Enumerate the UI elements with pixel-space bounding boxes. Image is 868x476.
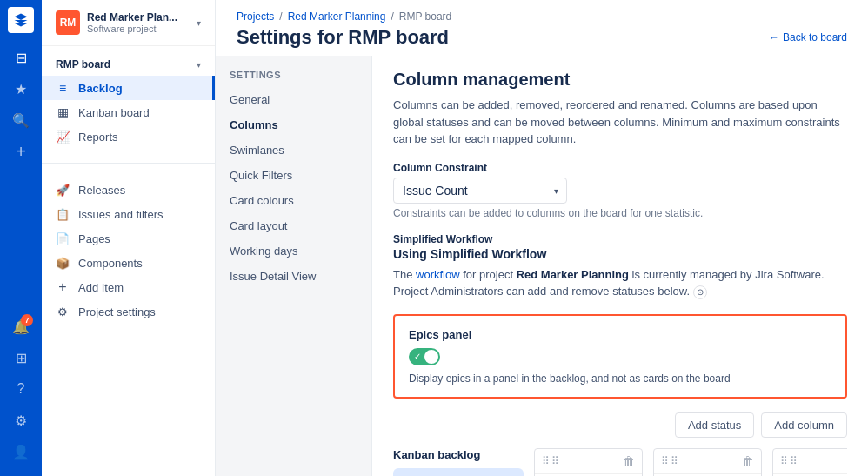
components-icon: 📦 <box>56 256 70 270</box>
settings-nav-general[interactable]: General <box>216 87 371 112</box>
sidebar-item-add[interactable]: + Add Item <box>42 275 215 299</box>
kanban-icon: ▦ <box>56 105 70 119</box>
workflow-value: Using Simplified Workflow <box>393 247 847 261</box>
workflow-link[interactable]: workflow <box>416 268 460 281</box>
settings-layout: SETTINGS General Columns Swimlanes Quick… <box>216 56 868 476</box>
sidebar-item-label: Kanban board <box>78 106 150 119</box>
settings-nav-swimlanes[interactable]: Swimlanes <box>216 137 371 163</box>
drag-handle-icon[interactable]: ⠿⠿ <box>542 455 561 467</box>
global-sidebar: ⊟ ★ 🔍 + 🔔 7 ⊞ ? ⚙ 👤 <box>0 0 42 476</box>
constraint-label: Column Constraint <box>393 162 847 174</box>
question-icon[interactable]: ? <box>7 375 35 403</box>
main-content: Projects / Red Marker Planning / RMP boa… <box>216 0 868 476</box>
settings-nav-working-days[interactable]: Working days <box>216 238 371 264</box>
back-arrow-icon: ← <box>769 31 779 44</box>
sidebar-item-label: Project settings <box>78 305 156 318</box>
workflow-project: Red Marker Planning <box>517 268 629 281</box>
settings-nav-issue-detail[interactable]: Issue Detail View <box>216 264 371 289</box>
breadcrumb-sep1: / <box>279 10 282 23</box>
settings-nav-columns[interactable]: Columns <box>216 112 371 137</box>
add-icon: + <box>56 280 70 294</box>
column-in-progress: ⠿⠿ 🗑 In Progress No Min No Max IN PROGRE… <box>653 448 762 477</box>
breadcrumb-rmp: RMP board <box>399 10 451 23</box>
sidebar-item-settings[interactable]: ⚙ Project settings <box>42 299 215 324</box>
kanban-backlog-section: Kanban backlog <box>393 448 524 477</box>
add-column-button[interactable]: Add column <box>761 412 847 438</box>
project-info: Red Marker Plan... Software project <box>87 11 190 34</box>
secondary-section: 🚀 Releases 📋 Issues and filters 📄 Pages … <box>42 171 215 331</box>
breadcrumb-planning[interactable]: Red Marker Planning <box>288 10 386 23</box>
star-icon[interactable]: ★ <box>7 75 35 103</box>
create-icon[interactable]: + <box>7 137 35 165</box>
workflow-label: Simplified Workflow <box>393 233 847 245</box>
sidebar-item-releases[interactable]: 🚀 Releases <box>42 178 215 202</box>
workflow-section: Simplified Workflow Using Simplified Wor… <box>393 233 847 300</box>
avatar-icon[interactable]: 👤 <box>7 438 35 466</box>
constraint-select-wrapper: Issue Count ▾ <box>393 178 567 204</box>
delete-icon[interactable]: 🗑 <box>742 454 754 468</box>
action-buttons: Add status Add column <box>393 412 847 438</box>
epics-panel-title: Epics panel <box>409 328 831 341</box>
delete-icon[interactable]: 🗑 <box>623 454 635 468</box>
settings-nav-card-layout[interactable]: Card layout <box>216 213 371 238</box>
sidebar-item-label: Backlog <box>78 82 123 95</box>
back-link-text: Back to board <box>783 31 847 44</box>
issues-icon: 📋 <box>56 207 70 221</box>
workflow-description: The workflow for project Red Marker Plan… <box>393 266 847 300</box>
section-description: Columns can be added, removed, reordered… <box>393 97 847 148</box>
reports-icon: 📈 <box>56 130 70 144</box>
column-done: ⠿⠿ 🗑 Done No Min No Max DONE No issues ✓… <box>772 448 847 477</box>
home-icon[interactable]: ⊟ <box>7 44 35 71</box>
sidebar-item-label: Reports <box>78 131 118 144</box>
sidebar-item-label: Releases <box>78 184 125 197</box>
settings-nav-card-colours[interactable]: Card colours <box>216 188 371 213</box>
add-status-button[interactable]: Add status <box>675 412 754 438</box>
kanban-backlog-label: Kanban backlog <box>393 448 524 468</box>
epics-toggle[interactable]: ✓ <box>409 348 440 365</box>
scroll-down-indicator: ⊙ <box>693 285 707 299</box>
chevron-down-icon: ▾ <box>197 18 201 28</box>
sidebar-item-reports[interactable]: 📈 Reports <box>42 124 215 149</box>
settings-nav-quick-filters[interactable]: Quick Filters <box>216 163 371 188</box>
search-icon[interactable]: 🔍 <box>7 106 35 134</box>
toggle-knob <box>424 350 438 364</box>
pages-icon: 📄 <box>56 231 70 245</box>
project-type: Software project <box>87 23 190 34</box>
constraint-hint: Constraints can be added to columns on t… <box>393 207 847 219</box>
board-chevron-icon: ▾ <box>197 60 201 70</box>
settings-nav: SETTINGS General Columns Swimlanes Quick… <box>216 56 372 476</box>
project-name: Red Marker Plan... <box>87 11 190 23</box>
breadcrumb-projects[interactable]: Projects <box>237 10 274 23</box>
top-area: Projects / Red Marker Planning / RMP boa… <box>216 0 868 56</box>
notifications-icon[interactable]: 🔔 7 <box>7 312 35 340</box>
notification-badge: 7 <box>21 314 33 326</box>
board-header: RMP board ▾ <box>42 53 215 76</box>
sidebar-item-issues[interactable]: 📋 Issues and filters <box>42 202 215 226</box>
sidebar-item-label: Issues and filters <box>78 208 164 221</box>
settings-content: Column management Columns can be added, … <box>372 56 868 476</box>
sidebar-item-components[interactable]: 📦 Components <box>42 251 215 275</box>
sidebar-item-kanban[interactable]: ▦ Kanban board <box>42 100 215 124</box>
project-header[interactable]: RM Red Marker Plan... Software project ▾ <box>42 0 215 46</box>
drag-handle-icon[interactable]: ⠿⠿ <box>661 455 680 467</box>
logo[interactable] <box>8 7 34 33</box>
column-header-done: ⠿⠿ 🗑 <box>773 449 847 474</box>
sidebar-divider <box>42 163 215 164</box>
settings-project-icon: ⚙ <box>56 305 70 318</box>
project-avatar: RM <box>56 10 80 35</box>
settings-icon[interactable]: ⚙ <box>7 406 35 434</box>
sidebar-item-backlog[interactable]: ≡ Backlog <box>42 76 215 100</box>
back-to-board-link[interactable]: ← Back to board <box>769 31 847 44</box>
section-title: Column management <box>393 70 847 90</box>
sidebar-item-label: Pages <box>78 232 110 245</box>
board-title: RMP board <box>56 58 110 70</box>
page-header: Settings for RMP board ← Back to board <box>237 26 847 56</box>
sidebar-item-pages[interactable]: 📄 Pages <box>42 226 215 251</box>
drag-handle-icon[interactable]: ⠿⠿ <box>780 455 799 467</box>
grid-icon[interactable]: ⊞ <box>7 344 35 372</box>
toggle-check-icon: ✓ <box>414 352 421 361</box>
settings-nav-label: SETTINGS <box>216 70 371 87</box>
constraint-select[interactable]: Issue Count <box>393 178 567 204</box>
column-selected-for-dev: ⠿⠿ 🗑 Selected fo... No Min No Max SELECT… <box>534 448 643 477</box>
sidebar-item-label: Components <box>78 257 143 270</box>
